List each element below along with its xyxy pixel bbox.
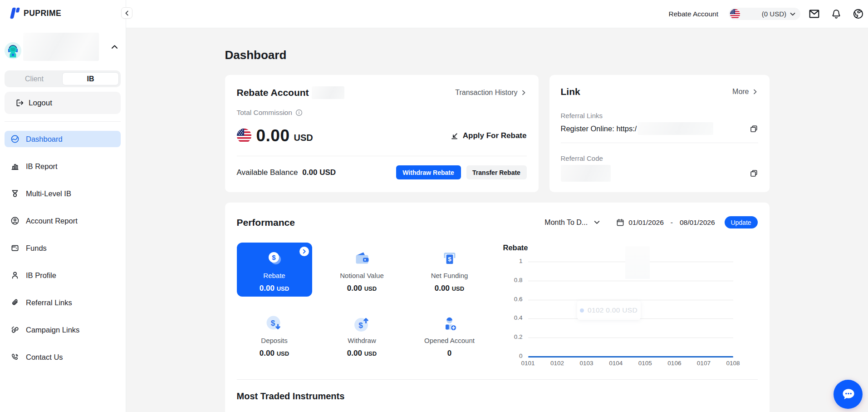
x-axis-label: 0105: [631, 360, 660, 367]
info-icon[interactable]: [295, 109, 303, 116]
metric-tile-notional-value[interactable]: Notional Value 0.00 USD: [324, 243, 400, 297]
chevron-right-icon: [302, 249, 307, 254]
main-content: Dashboard Rebate Account Transaction His…: [126, 28, 868, 412]
transfer-rebate-button[interactable]: Transfer Rebate: [466, 165, 527, 179]
referral-code-redacted: [561, 165, 611, 182]
topbar: Rebate Account (0 USD): [126, 0, 868, 28]
globe-icon[interactable]: [853, 8, 864, 20]
copy-icon[interactable]: [750, 169, 758, 178]
metric-amount: 0.00: [347, 284, 362, 293]
metric-label: Notional Value: [340, 272, 383, 279]
user-name-redacted: [23, 33, 99, 61]
sidebar-item-label: Multi-Level IB: [26, 189, 71, 198]
referral-links-label: Referral Links: [561, 112, 758, 119]
sidebar-collapse-button[interactable]: [121, 7, 132, 19]
performance-card: Performance Month To D... 01/01/2026 - 0…: [225, 203, 770, 412]
chevron-down-icon: [593, 219, 600, 226]
contact-icon: [10, 352, 20, 362]
metric-label: Opened Account: [424, 337, 475, 344]
apply-rebate-icon: [450, 132, 459, 140]
report-icon: [10, 162, 20, 171]
referral-link-redacted: [638, 122, 713, 135]
wallet-icon: [352, 249, 372, 268]
metric-unit: USD: [452, 285, 464, 292]
sidebar-item-referral-links[interactable]: Referral Links: [5, 294, 121, 311]
svg-text:$: $: [270, 319, 275, 328]
net-funding-icon: $: [440, 249, 460, 268]
more-link[interactable]: More: [732, 88, 758, 96]
date-range-picker[interactable]: 01/01/2026 - 08/01/2026: [616, 218, 715, 227]
toggle-ib[interactable]: IB: [62, 72, 119, 85]
account-balance: (0 USD): [762, 10, 786, 18]
sidebar-item-label: Funds: [26, 244, 47, 253]
user-row[interactable]: [5, 33, 121, 61]
chat-button[interactable]: [834, 380, 863, 409]
metric-value: 0.00 USD: [347, 284, 377, 293]
y-axis-label: 0.4: [502, 314, 523, 321]
available-balance-label: Available Balance: [237, 168, 298, 177]
date-separator: -: [671, 218, 673, 227]
total-commission-currency: USD: [294, 129, 313, 143]
toggle-client[interactable]: Client: [6, 72, 62, 85]
metric-label: Deposits: [261, 337, 287, 344]
y-axis-label: 0.8: [502, 277, 523, 283]
total-commission-amount: 0.00: [256, 126, 290, 145]
metric-tile-opened-account[interactable]: Opened Account 0: [412, 306, 487, 360]
sidebar-menu: Dashboard IB Report Multi-Level IB Accou…: [5, 131, 121, 376]
link-card: Link More Referral Links Register Online…: [549, 75, 770, 192]
gridline: [528, 300, 733, 300]
sidebar-item-multi-level-ib[interactable]: Multi-Level IB: [5, 185, 121, 202]
mail-icon[interactable]: [809, 8, 820, 20]
sidebar-item-dashboard[interactable]: Dashboard: [5, 131, 121, 147]
brand-name: PUPRIME: [24, 9, 61, 18]
sidebar-item-ib-profile[interactable]: IB Profile: [5, 267, 121, 283]
sidebar-item-campaign-links[interactable]: Campaign Links: [5, 322, 121, 338]
logout-icon: [15, 99, 24, 107]
sidebar-item-label: IB Profile: [26, 271, 56, 280]
sidebar-item-ib-report[interactable]: IB Report: [5, 158, 121, 174]
metric-amount: 0.00: [260, 349, 275, 357]
metric-value: 0.00 USD: [435, 284, 464, 293]
available-balance-value: 0.00 USD: [302, 168, 336, 177]
multi-level-icon: [10, 189, 20, 198]
metric-value: 0: [447, 349, 451, 358]
tile-arrow-button[interactable]: [299, 247, 309, 256]
sidebar-item-label: IB Report: [26, 162, 58, 171]
dashboard-icon: [10, 134, 20, 144]
x-axis-label: 0103: [572, 360, 601, 367]
chart-redacted-area: [625, 246, 650, 279]
metric-tile-deposits[interactable]: $ Deposits 0.00 USD: [237, 306, 312, 360]
chart-tooltip: 0102 0.00 USD: [577, 301, 641, 320]
metric-label: Withdraw: [348, 337, 376, 344]
bell-icon[interactable]: [831, 9, 842, 20]
sidebar-item-label: Campaign Links: [26, 326, 79, 334]
update-button[interactable]: Update: [725, 216, 758, 228]
topbar-account-label: Rebate Account: [669, 10, 718, 18]
rebate-chart: Rebate 1 0.8 0.6 0.4 0.2 0: [502, 240, 758, 374]
metric-tile-rebate[interactable]: $ Rebate 0.00 USD: [237, 243, 312, 297]
sidebar-item-funds[interactable]: Funds: [5, 240, 121, 256]
sidebar-item-label: Contact Us: [26, 353, 63, 362]
x-axis-label: 0108: [719, 360, 748, 367]
svg-text:$: $: [272, 253, 276, 261]
usa-flag-icon: [730, 9, 740, 19]
more-label: More: [732, 88, 749, 96]
usa-flag-icon: [237, 129, 251, 143]
sidebar-item-contact-us[interactable]: Contact Us: [5, 349, 121, 365]
link-card-title: Link: [561, 86, 580, 97]
metric-amount: 0.00: [347, 349, 362, 357]
account-selector[interactable]: (0 USD): [729, 8, 800, 20]
sidebar-item-account-report[interactable]: Account Report: [5, 213, 121, 229]
metric-tile-withdraw[interactable]: $ Withdraw 0.00 USD: [324, 306, 400, 360]
date-range-select[interactable]: Month To D...: [544, 218, 600, 227]
logout-button[interactable]: Logout: [5, 92, 121, 114]
x-axis-label: 0101: [514, 360, 543, 367]
chevron-right-icon: [752, 89, 758, 95]
copy-icon[interactable]: [750, 124, 758, 133]
chevron-up-icon[interactable]: [111, 43, 118, 51]
transaction-history-link[interactable]: Transaction History: [455, 89, 526, 97]
withdraw-rebate-button[interactable]: Withdraw Rebate: [396, 165, 461, 179]
referral-link-value: Register Online: https:/: [561, 124, 637, 133]
metric-tile-net-funding[interactable]: $ Net Funding 0.00 USD: [412, 243, 487, 297]
apply-for-rebate-link[interactable]: Apply For Rebate: [450, 131, 527, 140]
